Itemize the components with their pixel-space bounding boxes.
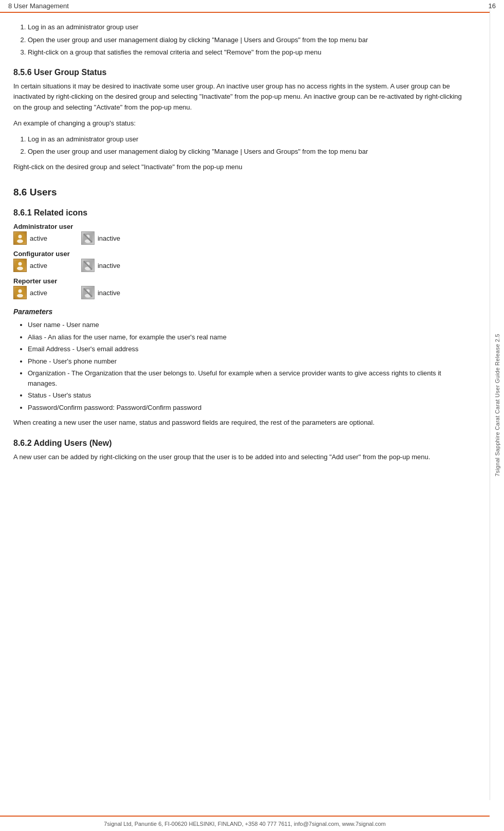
param-item: User name - User name — [28, 320, 464, 330]
param-item: Password/Confirm password: Password/Conf… — [28, 403, 464, 413]
list-item: Open the user group and user management … — [28, 147, 464, 157]
svg-point-9 — [17, 267, 23, 270]
main-content: Log in as an administrator group user Op… — [0, 13, 490, 483]
reporter-active-icon — [13, 286, 27, 299]
list-item: Open the user group and user management … — [28, 35, 464, 45]
reporter-icon-row: active inactive — [13, 286, 464, 299]
list-item: Right-click on a group that satisfies th… — [28, 47, 464, 58]
section-862-heading: 8.6.2 Adding Users (New) — [13, 439, 464, 448]
config-icon-row: active inactive — [13, 259, 464, 272]
svg-point-15 — [18, 290, 22, 293]
steps-list-2: Log in as an administrator group user Op… — [28, 134, 464, 157]
steps-list-1: Log in as an administrator group user Op… — [28, 22, 464, 58]
reporter-user-label: Reporter user — [13, 277, 464, 285]
page-header: 8 User Management 16 — [0, 0, 504, 13]
admin-active-label: active — [30, 234, 47, 242]
config-active-icon — [13, 259, 27, 272]
section-856-para1: In certain situations it may be desired … — [13, 81, 464, 113]
param-item: Phone - User's phone number — [28, 356, 464, 367]
svg-point-8 — [18, 262, 22, 266]
list-item: Log in as an administrator group user — [28, 134, 464, 144]
admin-icon-row: active inactive — [13, 231, 464, 245]
sidebar-label: 7signal Sapphire Carat Carat User Guide … — [494, 334, 500, 477]
config-active-label: active — [30, 262, 47, 269]
reporter-inactive-label: inactive — [98, 289, 120, 297]
svg-point-2 — [17, 240, 23, 243]
page-footer: 7signal Ltd, Panuntie 6, FI-00620 HELSIN… — [0, 816, 490, 831]
svg-point-16 — [17, 294, 23, 298]
sidebar: 7signal Sapphire Carat Carat User Guide … — [490, 10, 504, 800]
admin-inactive-icon — [81, 231, 95, 245]
param-item: Email Address - User's email address — [28, 344, 464, 354]
svg-point-1 — [18, 235, 22, 239]
admin-user-label: Administrator user — [13, 223, 464, 230]
page-number: 16 — [489, 2, 496, 10]
admin-active-icon — [13, 231, 27, 245]
param-item: Alias - An alias for the user name, for … — [28, 332, 464, 342]
reporter-inactive-icon — [81, 286, 95, 299]
chapter-title: 8 User Management — [8, 2, 69, 10]
parameters-heading: Parameters — [13, 308, 464, 316]
config-inactive-icon — [81, 259, 95, 272]
config-user-label: Configurator user — [13, 250, 464, 258]
section-862-para1: When creating a new user the user name, … — [13, 418, 464, 428]
list-item: Log in as an administrator group user — [28, 22, 464, 32]
section-856-step3: Right-click on the desired group and sel… — [13, 162, 464, 173]
section-86-heading: 8.6 Users — [13, 187, 464, 198]
section-862-para2: A new user can be added by right-clickin… — [13, 452, 464, 463]
config-inactive-label: inactive — [98, 262, 120, 269]
reporter-active-label: active — [30, 289, 47, 297]
footer-text: 7signal Ltd, Panuntie 6, FI-00620 HELSIN… — [104, 821, 385, 827]
section-856-heading: 8.5.6 User Group Status — [13, 68, 464, 77]
admin-inactive-label: inactive — [98, 234, 120, 242]
section-861-heading: 8.6.1 Related icons — [13, 208, 464, 218]
param-item: Status - User's status — [28, 390, 464, 401]
section-856-intro: An example of changing a group's status: — [13, 118, 464, 129]
param-item: Organization - The Organization that the… — [28, 368, 464, 388]
parameters-list: User name - User name Alias - An alias f… — [28, 320, 464, 412]
